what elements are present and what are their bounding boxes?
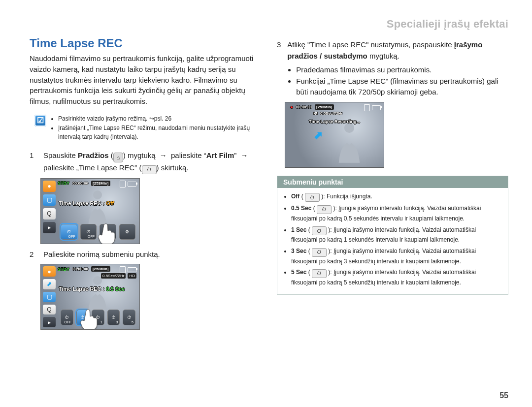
lcd-mode-5: ⏱5 [123, 310, 135, 325]
step-bullet: Funkcijai „Time Lapse REC“ (filmavimas s… [296, 76, 508, 98]
step-text: Spauskite [43, 151, 78, 159]
step-text: palieskite „Time Lapse REC” ( [43, 163, 142, 172]
lcd-chip-uparrow: ⬈ [43, 279, 56, 289]
step-text: mygtuką [126, 151, 158, 159]
lcd-chip-photo: ▢ [43, 194, 56, 206]
timelapse-icon: ⏱ [305, 193, 320, 202]
lcd-chip-zoom: Q [43, 208, 56, 219]
page-title: Time Lapse REC [30, 36, 261, 50]
lcd-remain: [253Min] [315, 104, 333, 110]
arrow-icon: → [241, 150, 248, 161]
submenu-item: 5 Sec ( ⏱ ): Įjungia įrašymo intervalo f… [291, 268, 501, 287]
submenu-item: Off ( ⏱ ): Funkcija išjungta. [291, 192, 501, 202]
step-number: 2 [30, 249, 38, 260]
tip-item: Įrašinėjant „Time Lapse REC“ režimu, nau… [58, 124, 261, 141]
submenu-items-list: Off ( ⏱ ): Funkcija išjungta.0.5 Sec ( ⏱… [284, 192, 501, 287]
submenu-items-box: Submeniu punktai Off ( ⏱ ): Funkcija išj… [277, 176, 508, 295]
step-2: 2 Palieskite norimą submeniu punktą. [30, 249, 261, 260]
lcd-time: 00:00:00 [296, 105, 312, 109]
step-bullet: Pradedamas filmavimas su pertraukomis. [296, 64, 508, 76]
lcd-chip-play: ▸ [43, 317, 56, 327]
lcd-mode-label: Time Lapse REC : Off [59, 200, 114, 206]
arrow-up-icon: ⬈ [314, 129, 323, 142]
step-bold: Art Film [206, 151, 234, 159]
lcd-chip-record: ● [43, 181, 56, 192]
lcd-chip-record: ● [43, 266, 56, 277]
lcd-stby: STBY [58, 181, 69, 186]
tip-box: ☑ Pasirinkite vaizdo įrašymo režimą. ↪ps… [34, 115, 261, 142]
lcd-status-icons [120, 266, 136, 273]
sd-card-icon [120, 181, 126, 188]
step-3: 3 Atlikę "Time Lapse REC" nustatymus, pa… [277, 39, 508, 98]
lcd-remain: [253Min] [91, 181, 110, 186]
lcd-mode-settings: ⚙ [119, 224, 136, 240]
battery-icon [128, 182, 136, 187]
step-text: ) skirtuką. [157, 163, 189, 172]
lcd-mode-off: ⏱OFF [61, 310, 73, 325]
timelapse-icon: ⏱ [317, 205, 332, 214]
sd-card-icon [364, 104, 370, 111]
timelapse-icon: ⏱ [312, 269, 327, 278]
home-icon: ⌂ [113, 153, 123, 162]
step-text: mygtuką. [367, 52, 399, 60]
battery-icon [372, 105, 381, 110]
lcd-screenshot-3: ● 00:00:00 [253Min] ⏱ 0.5Sec/72Hr Time L… [285, 102, 384, 168]
intro-text: Naudodami filmavimo su pertraukomis funk… [30, 53, 261, 107]
pointing-hand-icon [80, 309, 100, 330]
lcd-time: 00:00:00 [72, 181, 88, 186]
step-bold: Pradžios [78, 151, 109, 159]
lcd-mode-tile: ⏱OFF [80, 224, 97, 240]
lcd-chip-zoom: Q [43, 305, 56, 315]
lcd-status-icons [364, 104, 381, 111]
lcd-interval: 0.5Sec/72Hr [101, 273, 126, 279]
tip-icon: ☑ [34, 115, 46, 126]
step-1: 1 Spauskite Pradžios (⌂) mygtuką → palie… [30, 150, 261, 174]
submenu-item: 1 Sec ( ⏱ ): Įjungia įrašymo intervalo f… [291, 225, 501, 245]
lcd-mode-3: ⏱3 [107, 310, 120, 325]
step-number: 1 [30, 150, 38, 174]
page-number: 55 [499, 391, 508, 400]
lcd-interval: 0.5Sec/72Hr [320, 111, 342, 116]
step-text: palieskite “ [171, 151, 206, 159]
lcd-screenshot-2: ● ⬈ ▢ Q ▸ STBY 00:00:00 [253Min] 0.5Sec/… [40, 264, 140, 330]
tip-item: Pasirinkite vaizdo įrašymo režimą. ↪psl.… [58, 115, 261, 123]
submenu-items-header: Submeniu punktai [277, 176, 508, 188]
submenu-item: 3 Sec ( ⏱ ): Įjungia įrašymo intervalo f… [291, 247, 501, 266]
arrow-icon: → [160, 150, 167, 161]
lcd-recording-label: Time Lapse Recording... [285, 119, 384, 124]
step-text: Palieskite norimą submeniu punktą. [43, 249, 160, 260]
timelapse-icon: ⏱ [313, 112, 318, 115]
pointing-hand-icon [98, 223, 118, 244]
lcd-screenshot-1: ● ▢ Q ▸ STBY 00:00:00 [253Min] Time Laps… [40, 178, 140, 244]
lcd-stby: STBY [58, 267, 69, 272]
lcd-chip-play: ▸ [43, 222, 56, 233]
submenu-item: 0.5 Sec ( ⏱ ): Įjungia įrašymo intervalo… [291, 204, 501, 223]
lcd-mode-off: ⏱OFF [61, 224, 77, 240]
hd-icon: HD [128, 273, 136, 279]
battery-icon [128, 267, 136, 272]
rec-dot-icon: ● [290, 104, 293, 110]
timelapse-icon: ⏱ [312, 226, 327, 235]
silhouette-icon [330, 120, 369, 166]
section-breadcrumb: Specialieji įrašų efektai [30, 18, 508, 31]
lcd-time: 00:00:00 [72, 267, 88, 271]
step-number: 3 [277, 39, 282, 98]
timelapse-icon: ⏱ [142, 165, 157, 174]
tip-list: Pasirinkite vaizdo įrašymo režimą. ↪psl.… [51, 115, 261, 142]
lcd-chip-photo: ▢ [43, 292, 56, 302]
sd-card-icon [120, 266, 126, 273]
step-text: Atlikę "Time Lapse REC" nustatymus, pasp… [287, 40, 454, 49]
lcd-status-icons [120, 181, 136, 188]
lcd-remain: [253Min] [91, 266, 110, 272]
timelapse-icon: ⏱ [312, 248, 327, 257]
step-text: ” [234, 151, 238, 159]
lcd-mode-label: Time Lapse REC : 0.5 Sec [59, 286, 125, 292]
